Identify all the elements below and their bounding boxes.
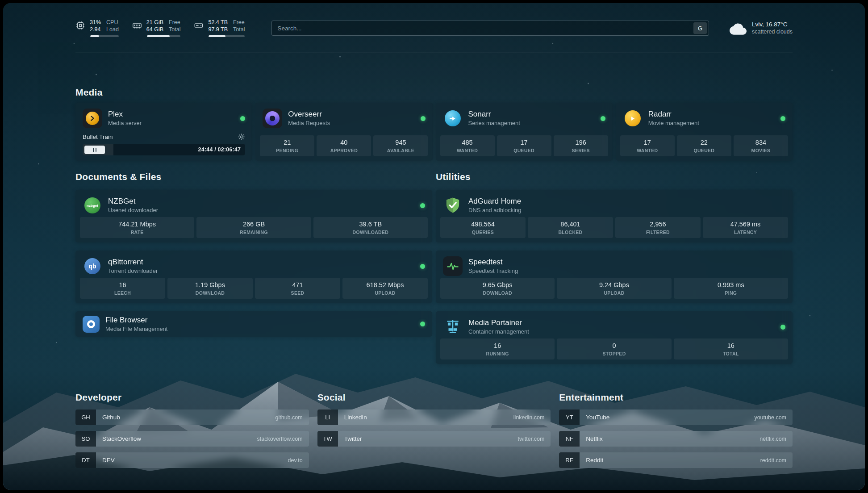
service-card-portainer[interactable]: Media Portainer Container management 16R…	[436, 311, 793, 364]
memory-icon	[132, 21, 142, 30]
bookmark-name: Twitter	[344, 435, 362, 442]
cpu-icon	[75, 21, 85, 30]
service-card-adguard[interactable]: AdGuard Home DNS and adblocking 498,564Q…	[436, 190, 793, 242]
service-subtitle: Torrent downloader	[108, 267, 158, 275]
section-title-social: Social	[317, 392, 551, 403]
memory-free-label: Free	[169, 19, 180, 26]
service-subtitle: Media server	[108, 119, 142, 127]
section-title-documents: Documents & Files	[75, 171, 432, 183]
service-name: Radarr	[648, 110, 699, 119]
playback-time: 24:44 / 02:06:47	[198, 146, 241, 153]
radarr-icon	[623, 109, 643, 128]
service-card-overseerr[interactable]: Overseerr Media Requests 21PENDING 40APP…	[255, 103, 432, 161]
weather-location: Lviv, 16.87°C	[752, 21, 793, 29]
service-name: Media Portainer	[468, 318, 529, 327]
search-bar[interactable]: G	[271, 21, 709, 36]
bookmark-abbr: DT	[75, 452, 96, 468]
bookmark-abbr: TW	[317, 431, 338, 447]
service-card-sonarr[interactable]: Sonarr Series management 485WANTED 17QUE…	[436, 103, 613, 161]
cpu-usage-bar	[90, 35, 119, 37]
service-card-radarr[interactable]: Radarr Movie management 17WANTED 22QUEUE…	[616, 103, 793, 161]
overseerr-icon	[263, 109, 282, 128]
bookmark-dev[interactable]: DT DEV dev.to	[75, 452, 309, 468]
memory-free: 21 GiB	[146, 19, 163, 26]
cloud-icon	[730, 22, 747, 35]
search-input[interactable]	[277, 25, 693, 32]
disk-free: 52.4 TB	[208, 19, 228, 26]
bookmark-stackoverflow[interactable]: SO StackOverflow stackoverflow.com	[75, 431, 309, 447]
status-dot	[421, 116, 426, 121]
section-title-entertainment: Entertainment	[559, 392, 793, 403]
bookmark-abbr: LI	[317, 409, 338, 425]
status-dot	[420, 264, 425, 269]
search-provider-button[interactable]: G	[693, 22, 707, 34]
service-subtitle: Series management	[468, 119, 520, 127]
cpu-label: CPU	[106, 19, 119, 26]
service-name: qBittorrent	[108, 258, 158, 267]
bookmark-linkedin[interactable]: LI LinkedIn linkedin.com	[317, 409, 551, 425]
bookmark-group-developer: Developer GH Github github.com SO StackO…	[75, 392, 309, 474]
bookmark-name: DEV	[102, 457, 115, 464]
bookmarks: Developer GH Github github.com SO StackO…	[75, 392, 793, 474]
service-name: NZBGet	[108, 197, 158, 206]
portainer-icon	[443, 317, 463, 337]
service-subtitle: Movie management	[648, 119, 699, 127]
service-stats: 498,564QUERIES 86,401BLOCKED 2,956FILTER…	[436, 217, 793, 238]
disk-total-label: Total	[233, 26, 245, 33]
service-stats: 16LEECH 1.19 GbpsDOWNLOAD 471SEED 618.52…	[75, 278, 432, 299]
service-name: File Browser	[105, 316, 167, 325]
memory-widget: 21 GiB 64 GiB Free Total	[132, 19, 181, 37]
service-name: Plex	[108, 110, 142, 119]
service-card-nzbget[interactable]: nzbget NZBGet Usenet downloader 744.21 M…	[75, 190, 432, 242]
bookmark-domain: netflix.com	[760, 436, 786, 442]
status-dot	[420, 203, 425, 208]
dashboard-window: 31% 2.94 CPU Load	[3, 3, 865, 490]
memory-total: 64 GiB	[146, 26, 163, 33]
bookmark-github[interactable]: GH Github github.com	[75, 409, 309, 425]
bookmark-netflix[interactable]: NF Netflix netflix.com	[559, 431, 793, 447]
plex-icon	[83, 109, 102, 128]
service-stats: 16RUNNING 0STOPPED 16TOTAL	[436, 338, 793, 359]
service-card-speedtest[interactable]: Speedtest Speedtest Tracking 9.65 GbpsDO…	[436, 251, 793, 303]
pause-button[interactable]	[84, 146, 105, 154]
memory-total-label: Total	[169, 26, 180, 33]
service-name: Overseerr	[288, 110, 330, 119]
gear-icon	[238, 133, 245, 141]
service-card-qbittorrent[interactable]: qb qBittorrent Torrent downloader 16LEEC…	[75, 251, 432, 303]
status-dot	[240, 116, 245, 121]
bookmark-domain: stackoverflow.com	[257, 436, 303, 442]
bookmark-domain: linkedin.com	[513, 414, 544, 421]
disk-free-label: Free	[233, 19, 245, 26]
service-card-plex[interactable]: Plex Media server Bullet Train	[75, 103, 252, 161]
bookmark-group-entertainment: Entertainment YT YouTube youtube.com NF …	[559, 392, 793, 474]
resource-monitors: 31% 2.94 CPU Load	[75, 19, 245, 37]
service-subtitle: Speedtest Tracking	[468, 267, 518, 275]
bookmark-group-social: Social LI LinkedIn linkedin.com TW Twitt…	[317, 392, 551, 474]
bookmark-abbr: SO	[75, 431, 96, 447]
disk-widget: 52.4 TB 97.9 TB Free Total	[194, 19, 245, 37]
status-dot	[601, 116, 605, 121]
bookmark-name: Netflix	[586, 435, 603, 442]
service-subtitle: DNS and adblocking	[468, 206, 522, 214]
section-title-developer: Developer	[75, 392, 309, 403]
section-title-utilities: Utilities	[436, 171, 793, 183]
service-stats: 9.65 GbpsDOWNLOAD 9.24 GbpsUPLOAD 0.993 …	[436, 278, 793, 299]
service-subtitle: Usenet downloader	[108, 206, 158, 214]
cpu-percent: 31%	[90, 19, 101, 26]
bookmark-reddit[interactable]: RE Reddit reddit.com	[559, 452, 793, 468]
bookmark-twitter[interactable]: TW Twitter twitter.com	[317, 431, 551, 447]
weather-condition: scattered clouds	[752, 28, 793, 36]
bookmark-name: Reddit	[586, 457, 603, 464]
bookmark-name: Github	[102, 414, 120, 421]
disk-icon	[194, 21, 204, 30]
section-utilities: Utilities	[436, 171, 793, 364]
cpu-load-label: Load	[106, 26, 119, 33]
service-card-filebrowser[interactable]: File Browser Media File Management	[75, 311, 432, 337]
service-stats: 485WANTED 17QUEUED 196SERIES	[436, 135, 613, 156]
bookmark-youtube[interactable]: YT YouTube youtube.com	[559, 409, 793, 425]
bookmark-name: LinkedIn	[344, 414, 367, 421]
memory-usage-bar	[147, 35, 181, 37]
bookmark-name: StackOverflow	[102, 435, 141, 442]
bookmark-abbr: NF	[559, 431, 580, 447]
plex-settings-button[interactable]	[238, 133, 245, 141]
